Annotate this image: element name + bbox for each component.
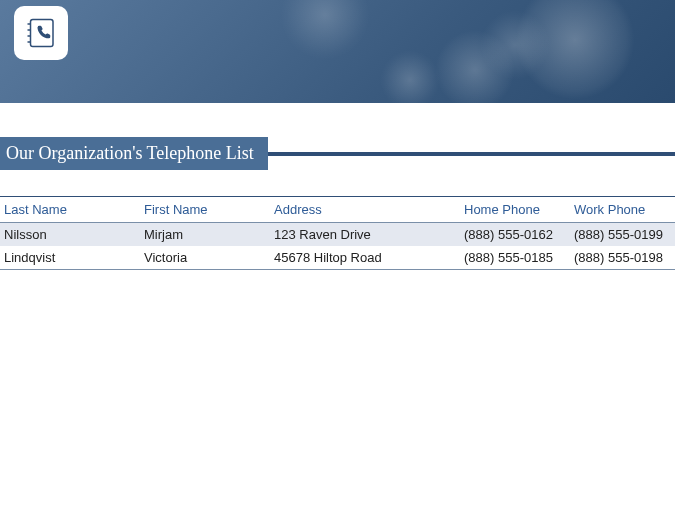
cell-last: Nilsson [0, 223, 140, 247]
table-header-row: Last Name First Name Address Home Phone … [0, 197, 675, 223]
cell-home: (888) 555-0162 [460, 223, 570, 247]
cell-work: (888) 555-0198 [570, 246, 675, 270]
cell-first: Mirjam [140, 223, 270, 247]
title-rule [268, 152, 675, 156]
col-header-last: Last Name [0, 197, 140, 223]
col-header-first: First Name [140, 197, 270, 223]
cell-first: Victoria [140, 246, 270, 270]
table-row: Lindqvist Victoria 45678 Hiltop Road (88… [0, 246, 675, 270]
col-header-work: Work Phone [570, 197, 675, 223]
cell-last: Lindqvist [0, 246, 140, 270]
phone-list-table: Last Name First Name Address Home Phone … [0, 196, 675, 270]
hero-banner [0, 0, 675, 103]
page-title: Our Organization's Telephone List [0, 137, 268, 170]
cell-home: (888) 555-0185 [460, 246, 570, 270]
cell-address: 45678 Hiltop Road [270, 246, 460, 270]
table-row: Nilsson Mirjam 123 Raven Drive (888) 555… [0, 223, 675, 247]
col-header-address: Address [270, 197, 460, 223]
phonebook-icon [14, 6, 68, 60]
cell-address: 123 Raven Drive [270, 223, 460, 247]
title-bar: Our Organization's Telephone List [0, 137, 675, 170]
col-header-home: Home Phone [460, 197, 570, 223]
cell-work: (888) 555-0199 [570, 223, 675, 247]
